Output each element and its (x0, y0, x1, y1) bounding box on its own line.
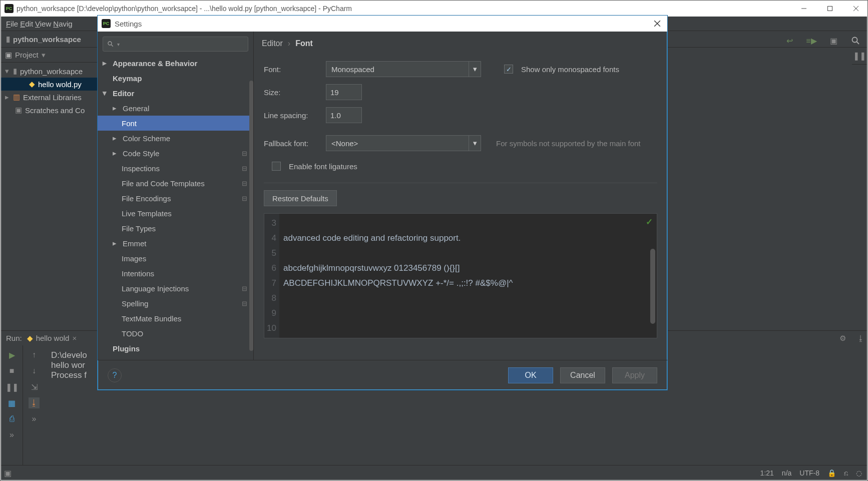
chevron-right-icon: ▸ (103, 59, 109, 68)
project-header-label: Project (15, 51, 39, 59)
tree-file-encodings[interactable]: File Encodings⊟ (98, 191, 253, 206)
run-print-icon[interactable]: ⎙ (7, 413, 18, 424)
tree-general[interactable]: ▸General (98, 101, 253, 116)
scope-badge-icon: ⊟ (242, 300, 247, 307)
tree-textmate[interactable]: TextMate Bundles (98, 311, 253, 326)
settings-sidebar: ▾ ▸Appearance & Behavior Keymap ▾Editor … (98, 32, 254, 360)
expand-icon[interactable]: » (29, 413, 40, 424)
settings-footer: ? OK Cancel Apply (98, 360, 667, 390)
tool-window-icon[interactable]: ▣ (4, 468, 12, 478)
tree-appearance[interactable]: ▸Appearance & Behavior (98, 56, 253, 71)
size-label: Size: (264, 88, 318, 97)
status-enc[interactable]: UTF-8 (799, 469, 819, 477)
tree-images[interactable]: Images (98, 251, 253, 266)
tree-root-label: python_worksapce (20, 67, 83, 76)
mono-label[interactable]: Show only monospaced fonts (521, 65, 619, 74)
font-dropdown[interactable]: Monospaced ▾ (326, 61, 481, 77)
down-icon[interactable]: ↓ (29, 365, 40, 376)
search-dropdown-icon[interactable]: ▾ (117, 42, 120, 47)
os-minimize-button[interactable] (792, 1, 815, 17)
menu-view[interactable]: View (35, 20, 51, 28)
settings-pane: Editor › Font Font: Monospaced ▾ ✓ Show … (254, 32, 667, 360)
tree-editor[interactable]: ▾Editor (98, 86, 253, 101)
tree-intentions[interactable]: Intentions (98, 266, 253, 281)
tree-file-label: hello wold.py (38, 80, 82, 89)
tree-font[interactable]: Font (98, 116, 253, 131)
os-close-button[interactable] (844, 1, 867, 17)
run-gutter-left: ▶ ■ ❚❚ ▦ ⎙ » (1, 345, 23, 465)
apply-button[interactable]: Apply (612, 367, 657, 383)
python-file-icon: ◆ (27, 334, 33, 343)
lock-icon[interactable]: 🔒 (827, 469, 836, 477)
help-button[interactable]: ? (108, 368, 122, 382)
preview-scrollbar[interactable] (650, 249, 655, 324)
svg-point-4 (852, 38, 857, 43)
import-icon[interactable]: ⭳ (29, 397, 40, 408)
fallback-label: Fallback font: (264, 139, 318, 148)
linespacing-label: Line spacing: (264, 111, 318, 120)
status-insp[interactable]: n/a (782, 469, 791, 477)
scratches-icon: ▣ (15, 106, 22, 115)
run-play-icon[interactable]: ▶ (7, 349, 18, 360)
menu-edit[interactable]: Edit (20, 20, 33, 28)
breadcrumb-text[interactable]: python_worksapce (13, 35, 81, 44)
cancel-button[interactable]: Cancel (560, 367, 605, 383)
tree-emmet[interactable]: ▸Emmet (98, 236, 253, 251)
notifications-icon[interactable]: ◌ (856, 469, 862, 477)
run-pause-icon[interactable]: ❚❚ (7, 381, 18, 392)
ligatures-label[interactable]: Enable font ligatures (289, 162, 357, 171)
tree-live-templates[interactable]: Live Templates (98, 206, 253, 221)
close-icon[interactable]: × (72, 334, 77, 342)
mono-checkbox[interactable]: ✓ (504, 65, 513, 74)
expand-icon[interactable]: » (7, 429, 18, 440)
svg-line-9 (111, 45, 113, 47)
chevron-right-icon: ▸ (113, 149, 119, 158)
tree-file-types[interactable]: File Types (98, 221, 253, 236)
download-icon[interactable]: ⭳ (854, 332, 867, 345)
search-icon[interactable] (849, 34, 862, 47)
size-input[interactable]: 19 (326, 84, 362, 100)
os-titlebar: PC python_worksapce [D:\develop\python\p… (1, 1, 867, 17)
editor-pause-icon[interactable]: ❚❚ (852, 48, 867, 65)
chevron-right-icon: ▸ (113, 104, 119, 113)
scope-badge-icon: ⊟ (242, 195, 247, 202)
filter-icon[interactable]: ⇲ (29, 381, 40, 392)
structure-icon[interactable]: ≡▶ (805, 34, 818, 47)
run-stop-icon[interactable]: ■ (7, 365, 18, 376)
tree-spelling[interactable]: Spelling⊟ (98, 296, 253, 311)
gear-icon[interactable]: ⚙ (836, 332, 849, 345)
run-tab[interactable]: ◆ hello wold × (27, 334, 77, 343)
status-pos[interactable]: 1:21 (760, 469, 774, 477)
statusbar: 1:21 n/a UTF-8 🔒 ⎌ ◌ (1, 465, 867, 480)
os-maximize-button[interactable] (818, 1, 841, 17)
settings-search-input[interactable]: ▾ (103, 37, 248, 52)
fallback-dropdown[interactable]: <None> ▾ (326, 135, 481, 151)
svg-point-8 (108, 42, 112, 45)
tree-file-templates[interactable]: File and Code Templates⊟ (98, 176, 253, 191)
tree-plugins[interactable]: Plugins (98, 341, 253, 356)
tree-todo[interactable]: TODO (98, 326, 253, 341)
up-icon[interactable]: ↑ (29, 349, 40, 360)
menu-navigate[interactable]: Navig (53, 20, 72, 28)
chevron-down-icon: ▾ (103, 89, 109, 98)
flag-icon[interactable]: ▣ (827, 34, 840, 47)
tree-lang-injections[interactable]: Language Injections⊟ (98, 281, 253, 296)
git-icon[interactable]: ⎌ (844, 469, 848, 477)
tree-keymap[interactable]: Keymap (98, 71, 253, 86)
run-layout-icon[interactable]: ▦ (7, 397, 18, 408)
linespacing-input[interactable]: 1.0 (326, 107, 362, 123)
tree-inspections[interactable]: Inspections⊟ (98, 161, 253, 176)
sidebar-scrollbar[interactable] (249, 81, 253, 351)
tree-color-scheme[interactable]: ▸Color Scheme (98, 131, 253, 146)
ligatures-checkbox[interactable] (272, 162, 281, 171)
chevron-right-icon: ▸ (5, 93, 10, 102)
back-icon[interactable]: ↩ (783, 34, 796, 47)
restore-defaults-button[interactable]: Restore Defaults (264, 190, 337, 206)
bc-parent[interactable]: Editor (262, 39, 283, 48)
font-preview[interactable]: 3 4 5 6 7 8 9 10 advanced code editing a… (264, 213, 657, 338)
menu-file[interactable]: File (6, 20, 18, 28)
tree-code-style[interactable]: ▸Code Style⊟ (98, 146, 253, 161)
settings-close-button[interactable] (647, 16, 667, 32)
ok-button[interactable]: OK (508, 367, 553, 383)
preview-gutter: 3 4 5 6 7 8 9 10 (264, 214, 279, 338)
